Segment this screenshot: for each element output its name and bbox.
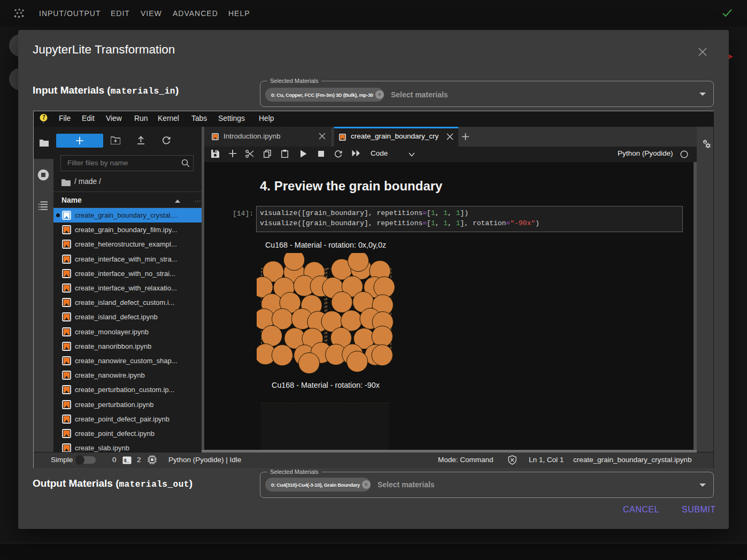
svg-text:$_: $_ [124,458,130,464]
